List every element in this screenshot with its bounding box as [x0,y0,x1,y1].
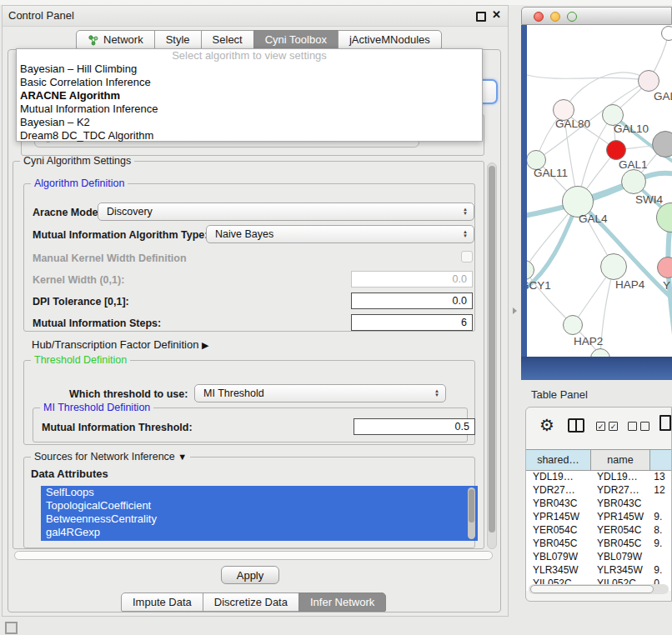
table-row[interactable]: YDL19… YDL19… 13 [526,471,671,484]
network-node[interactable] [652,131,672,158]
tab-cyni-toolbox[interactable]: Cyni Toolbox [253,30,339,49]
mi-algorithm-type-combo[interactable]: Naive Bayes ▲▼ [206,225,474,243]
mi-steps-field[interactable]: 6 [351,314,473,331]
select-all-checkbox-icon[interactable]: ✓ [596,422,605,431]
cell-shared-name: YER054C [526,524,590,538]
table-horizontal-scrollbar[interactable] [529,584,669,594]
network-view-window: GALGAL80GAL10GAL1GAL11SWI4GAL4GCY1HAP4YH… [521,7,672,380]
network-node-gal1[interactable] [606,140,626,160]
split-column-icon[interactable] [568,418,584,432]
column-header-shared-name[interactable]: shared… [525,449,591,471]
hub-section-toggle[interactable]: Hub/Transcription Factor Definition ▶ [32,338,208,351]
which-threshold-value: MI Threshold [195,388,434,399]
close-panel-icon[interactable]: ✕ [492,9,501,21]
tab-network[interactable]: Network [76,30,155,49]
network-node-label: GAL4 [579,212,608,225]
tab-discretize-data-label: Discretize Data [214,596,288,608]
kernel-width-field[interactable]: 0.0 [351,271,473,288]
aracne-mode-value: Discovery [98,206,463,218]
float-panel-icon[interactable] [476,12,486,22]
table-scroll-thumb[interactable] [530,585,654,593]
data-attributes-list[interactable]: SelfLoops TopologicalCoefficient Between… [41,486,478,541]
cell-shared-name: YBR043C [526,498,590,511]
dpi-tolerance-field[interactable]: 0.0 [351,292,473,309]
dropdown-item[interactable]: Mutual Information Inference [17,102,482,116]
settings-horizontal-scrollbar[interactable] [14,551,493,560]
close-traffic-light-icon[interactable] [534,12,544,22]
cyni-bottom-tabbar: Impute Data Discretize Data Infer Networ… [121,592,386,612]
table-row[interactable]: YBL079W YBL079W [526,551,671,564]
column-header-name[interactable]: name [590,449,650,471]
network-node-label: GAL80 [555,118,590,130]
tab-discretize-data[interactable]: Discretize Data [203,592,299,612]
expanded-arrow-icon[interactable]: ▼ [178,452,187,462]
column-header-cut[interactable] [649,449,672,471]
tab-impute-data[interactable]: Impute Data [121,592,203,612]
dropdown-item[interactable]: ARACNE Algorithm [17,89,482,102]
cell-value [649,551,671,564]
tab-select[interactable]: Select [201,30,254,49]
new-table-icon[interactable] [659,415,671,431]
hub-section-label: Hub/Transcription Factor Definition [32,338,198,351]
network-node-swi4[interactable] [621,169,646,194]
tab-jactivemnodules[interactable]: jActiveMNodules [338,30,442,49]
cell-shared-name: YDL19… [526,471,590,484]
gear-icon[interactable]: ⚙ [539,415,554,435]
mi-threshold-field[interactable]: 0.5 [354,418,475,435]
mi-steps-label: Mutual Information Steps: [33,318,161,329]
select-all-checkbox-icon[interactable]: ✓ [609,422,618,431]
cell-name: YDR27… [590,484,649,498]
dropdown-item[interactable]: Dream8 DC_TDC Algorithm [17,129,482,142]
attribute-list-scroll-thumb[interactable] [469,489,474,522]
table-row[interactable]: YER054C YER054C 8. [526,524,671,538]
network-node-hap2[interactable] [563,315,583,335]
network-node[interactable] [661,26,672,41]
attribute-list-item[interactable]: SelfLoops [41,486,478,499]
dropdown-items: Bayesian – Hill Climbing Basic Correlati… [17,62,482,142]
table-row[interactable]: YPR145W YPR145W 9. [526,511,671,524]
network-canvas[interactable]: GALGAL80GAL10GAL1GAL11SWI4GAL4GCY1HAP4YH… [527,25,672,357]
network-node-label: GAL [654,90,672,102]
network-node-label: SWI4 [635,193,663,206]
which-threshold-combo[interactable]: MI Threshold ▲▼ [194,384,446,402]
table-row[interactable]: YBR043C YBR043C [526,498,671,511]
cell-shared-name: YBL079W [526,551,590,564]
pane-divider-handle[interactable] [513,308,517,314]
tab-style[interactable]: Style [154,30,202,49]
manual-kernel-label: Manual Kernel Width Definition [33,252,187,264]
network-node-hap4[interactable] [600,253,627,280]
network-node-gal[interactable] [638,70,659,92]
cell-shared-name: YDR27… [526,484,590,498]
panel-title: Control Panel [8,9,74,22]
minimize-traffic-light-icon[interactable] [550,12,560,22]
attribute-list-item[interactable]: BetweennessCentrality [41,512,478,526]
cell-shared-name: YPR145W [526,511,590,524]
attribute-list-scrollbar[interactable] [468,488,475,539]
apply-button[interactable]: Apply [221,566,279,584]
zoom-traffic-light-icon[interactable] [567,12,577,22]
dropdown-item[interactable]: Bayesian – Hill Climbing [17,62,482,76]
table-row[interactable]: YLR345W YLR345W 9. [526,564,671,578]
manual-kernel-checkbox[interactable] [461,251,473,262]
dropdown-item[interactable]: Basic Correlation Inference [17,76,482,89]
settings-vertical-scrollbar[interactable] [487,162,497,549]
settings-scroll-thumb[interactable] [489,166,495,532]
dropdown-item[interactable]: Bayesian – K2 [17,116,482,129]
attribute-list-item[interactable]: TopologicalCoefficient [41,499,478,512]
tab-style-label: Style [166,33,190,46]
table-row[interactable]: YBR045C YBR045C 9. [526,538,671,551]
network-node-label: HAP2 [574,335,603,348]
cell-value: 12 [649,484,671,498]
cell-value: 9. [649,538,671,551]
deselect-checkbox-icon[interactable] [628,422,637,431]
table-row[interactable]: YDR27… YDR27… 12 [526,484,671,498]
attribute-list-item[interactable]: gal4RGexp [41,526,478,539]
deselect-checkbox-icon[interactable] [640,422,649,431]
dock-handle[interactable] [5,622,18,634]
cell-shared-name: YLR345W [526,564,590,578]
network-window-titlebar[interactable] [521,7,672,25]
network-node-label: HAP4 [615,278,644,291]
tab-infer-network[interactable]: Infer Network [298,592,386,612]
network-icon [88,34,99,46]
aracne-mode-combo[interactable]: Discovery ▲▼ [98,202,474,221]
